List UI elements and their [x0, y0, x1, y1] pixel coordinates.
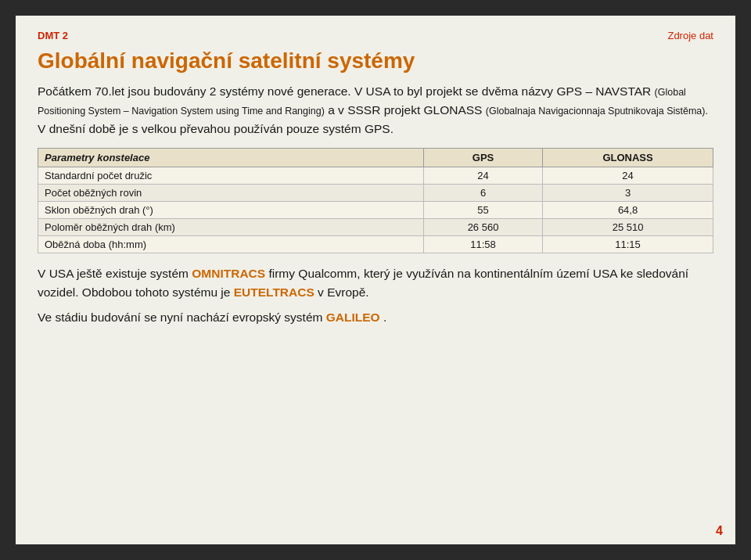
bottom-section: V USA ještě existuje systém OMNITRACS fi…	[38, 264, 713, 327]
table-cell: 26 560	[423, 218, 542, 235]
table-cell: 11:58	[423, 235, 542, 253]
table-cell: 24	[423, 167, 542, 184]
main-title: Globální navigační satelitní systémy	[38, 48, 713, 74]
paragraph-1: Počátkem 70.let jsou budovány 2 systémy …	[38, 82, 713, 138]
p2-start: V USA ještě existuje systém	[38, 267, 189, 280]
table-row: Poloměr oběžných drah (km)26 56025 510	[38, 218, 713, 235]
p3-galileo: GALILEO	[326, 311, 380, 324]
p1-small2: (Globalnaja Navigacionnaja Sputnikovaja …	[486, 106, 708, 117]
p2-end: v Evropě.	[318, 285, 368, 299]
table-cell: 11:15	[543, 235, 713, 253]
paragraph-3: Ve stádiu budování se nyní nachází evrop…	[38, 308, 713, 327]
slide-inner: DMT 2 Zdroje dat Globální navigační sate…	[16, 16, 735, 544]
table-header-gps: GPS	[423, 148, 542, 167]
p3-end: .	[383, 311, 386, 324]
constellation-table: Parametry konstelace GPS GLONASS Standar…	[38, 148, 713, 253]
p1-cont: a v SSSR projekt GLONASS	[328, 103, 482, 117]
table-cell: 6	[423, 184, 542, 201]
table-header-param: Parametry konstelace	[38, 148, 424, 167]
table-cell: Sklon oběžných drah (°)	[38, 201, 424, 218]
p2-omnitracs: OMNITRACS	[192, 267, 265, 280]
table-cell: 3	[543, 184, 713, 201]
paragraph-2: V USA ještě existuje systém OMNITRACS fi…	[38, 264, 713, 302]
table-cell: Počet oběžných rovin	[38, 184, 424, 201]
table-row: Sklon oběžných drah (°)5564,8	[38, 201, 713, 218]
p2-euteltracs: EUTELTRACS	[234, 285, 314, 299]
table-row: Oběžná doba (hh:mm)11:5811:15	[38, 235, 713, 253]
page-number: 4	[716, 524, 723, 538]
p1-text: Počátkem 70.let jsou budovány 2 systémy …	[38, 84, 651, 98]
table-row: Počet oběžných rovin63	[38, 184, 713, 201]
table-cell: 55	[423, 201, 542, 218]
table-cell: 25 510	[543, 218, 713, 235]
table-header-glonass: GLONASS	[543, 148, 713, 167]
table-cell: Standardní počet družic	[38, 167, 424, 184]
table-cell: Poloměr oběžných drah (km)	[38, 218, 424, 235]
table-row: Standardní počet družic2424	[38, 167, 713, 184]
slide: DMT 2 Zdroje dat Globální navigační sate…	[0, 0, 751, 560]
table-cell: Oběžná doba (hh:mm)	[38, 235, 424, 253]
header-bar: DMT 2 Zdroje dat	[38, 30, 713, 41]
p3-start: Ve stádiu budování se nyní nachází evrop…	[38, 311, 322, 324]
header-left: DMT 2	[38, 30, 68, 41]
p1-end: V dnešní době je s velkou převahou použí…	[38, 122, 393, 135]
header-right: Zdroje dat	[667, 30, 713, 41]
table-cell: 64,8	[543, 201, 713, 218]
table-cell: 24	[543, 167, 713, 184]
